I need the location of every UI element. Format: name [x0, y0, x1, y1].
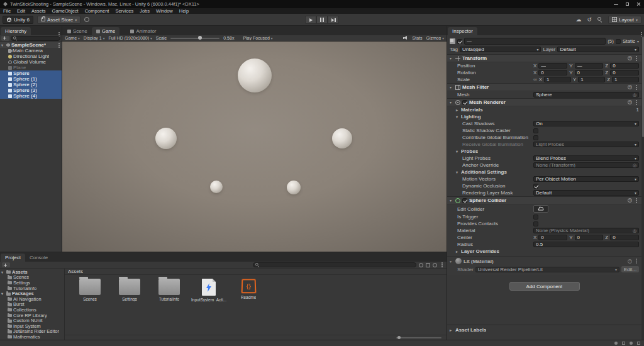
unity-version-badge[interactable]: Unity 6	[3, 16, 33, 24]
hierarchy-item-sphere-3[interactable]: Sphere (3)	[0, 87, 62, 93]
pause-button[interactable]	[316, 16, 328, 24]
foldout-open-icon[interactable]	[450, 259, 453, 264]
hierarchy-item-directional-light[interactable]: Directional Light	[0, 53, 62, 59]
search-icon[interactable]	[597, 17, 602, 22]
foldout-open-icon[interactable]	[450, 84, 453, 90]
foldout-closed-icon[interactable]	[456, 107, 460, 113]
material-header[interactable]: Lit (Material) ?	[447, 257, 641, 265]
rotation-z-field[interactable]: 0	[610, 70, 639, 75]
receive-gi-dropdown[interactable]: Light Probes	[533, 142, 639, 147]
layer-dropdown[interactable]: Default	[557, 47, 639, 52]
hidden-packages-icon[interactable]	[433, 263, 437, 267]
tree-item-scenes[interactable]: Scenes	[0, 275, 64, 281]
probes-foldout[interactable]: Probes	[447, 148, 641, 155]
hierarchy-search-input[interactable]	[11, 36, 60, 41]
tab-project[interactable]: Project	[1, 254, 25, 262]
menu-assets[interactable]: Assets	[28, 8, 49, 14]
menu-jobs[interactable]: Jobs	[136, 8, 153, 14]
static-shadow-caster-checkbox[interactable]	[533, 128, 538, 133]
cloud-status-icon[interactable]	[630, 342, 633, 345]
tree-item-custom-nunit[interactable]: Custom NUnit	[0, 318, 64, 323]
tree-item-collections[interactable]: Collections	[0, 307, 64, 313]
mute-audio-icon[interactable]	[403, 36, 409, 41]
foldout-open-icon[interactable]	[456, 148, 460, 154]
help-icon[interactable]: ?	[628, 56, 632, 60]
position-y-field[interactable]: —	[575, 63, 604, 69]
contribute-gi-checkbox[interactable]	[533, 135, 538, 140]
hierarchy-item-sphere-2[interactable]: Sphere (2)	[0, 82, 62, 87]
tab-animator[interactable]: Animator	[126, 27, 160, 35]
help-icon[interactable]: ?	[628, 85, 632, 89]
static-checkbox[interactable]	[616, 39, 621, 44]
progress-status-icon[interactable]	[637, 342, 640, 345]
tree-item-tutorialinfo[interactable]: TutorialInfo	[0, 286, 64, 291]
foldout-closed-icon[interactable]	[450, 327, 453, 333]
version-control-icon[interactable]	[84, 17, 89, 22]
scrollbar-thumb[interactable]	[642, 36, 644, 137]
menu-services[interactable]: Services	[112, 8, 136, 14]
tree-item-jetbrains-rider-editor[interactable]: JetBrains Rider Editor	[0, 329, 64, 335]
foldout-open-icon[interactable]	[456, 114, 460, 120]
provides-contacts-checkbox[interactable]	[533, 221, 538, 226]
component-menu-icon[interactable]	[636, 58, 637, 59]
panel-menu-icon[interactable]	[441, 264, 443, 265]
sphere-collider-header[interactable]: Sphere Collider ?	[447, 196, 641, 204]
component-menu-icon[interactable]	[636, 102, 637, 103]
tree-item-core-rp-library[interactable]: Core RP Library	[0, 313, 64, 318]
tab-console[interactable]: Console	[25, 254, 52, 262]
mesh-filter-header[interactable]: Mesh Filter ?	[447, 83, 641, 91]
undo-history-icon[interactable]: ↺	[587, 17, 592, 23]
hierarchy-item-sphere[interactable]: Sphere	[0, 70, 62, 76]
asset-readme[interactable]: {} Readme	[231, 279, 266, 299]
position-z-field[interactable]: 0	[610, 63, 639, 69]
scale-slider[interactable]	[170, 38, 219, 39]
menu-file[interactable]: File	[0, 8, 14, 14]
maximize-icon[interactable]	[625, 2, 630, 6]
radius-field[interactable]: 0.5	[533, 242, 639, 247]
center-x-field[interactable]: 0	[538, 235, 567, 240]
hierarchy-item-main-camera[interactable]: Main Camera	[0, 48, 62, 53]
asset-tutorialinfo-folder[interactable]: TutorialInfo	[152, 279, 187, 301]
hierarchy-item-global-volume[interactable]: Global Volume	[0, 59, 62, 65]
static-dropdown-icon[interactable]	[637, 38, 639, 44]
cast-shadows-dropdown[interactable]: On	[533, 121, 639, 126]
help-icon[interactable]: ?	[628, 100, 632, 104]
foldout-open-icon[interactable]	[450, 99, 453, 105]
asset-settings-folder[interactable]: Settings	[112, 279, 147, 301]
rendering-layer-dropdown[interactable]: Default	[533, 190, 639, 196]
project-search-input[interactable]	[253, 262, 416, 267]
display-dropdown[interactable]: Display 1	[84, 36, 105, 40]
mesh-object-field[interactable]: Sphere◎	[533, 92, 639, 98]
light-probes-dropdown[interactable]: Blend Probes	[533, 155, 639, 161]
object-picker-icon[interactable]: ◎	[633, 228, 636, 233]
foldout-open-icon[interactable]	[1, 291, 5, 296]
help-icon[interactable]: ?	[628, 259, 632, 264]
activity-status-icon[interactable]	[614, 342, 618, 345]
tree-item-settings[interactable]: Settings	[0, 280, 64, 286]
layout-dropdown[interactable]: Layout	[608, 16, 641, 24]
help-icon[interactable]: ?	[628, 198, 632, 203]
gizmos-dropdown[interactable]: Gizmos	[426, 36, 445, 40]
foldout-open-icon[interactable]	[456, 169, 460, 175]
anchor-override-field[interactable]: None (Transform)◎	[533, 162, 639, 168]
component-menu-icon[interactable]	[636, 87, 637, 88]
uniform-scale-link-icon[interactable]: ∞	[533, 77, 537, 82]
minimize-icon[interactable]	[614, 2, 618, 6]
play-button[interactable]	[305, 16, 316, 24]
scene-options-icon[interactable]	[58, 45, 60, 46]
is-trigger-checkbox[interactable]	[533, 215, 538, 220]
close-icon[interactable]	[636, 2, 641, 6]
additional-settings-foldout[interactable]: Additional Settings	[447, 169, 641, 176]
scale-z-field[interactable]: 1	[612, 77, 639, 82]
center-y-field[interactable]: 0	[575, 235, 604, 240]
tree-item-input-system[interactable]: Input System	[0, 323, 64, 329]
scale-y-field[interactable]: 1	[578, 77, 605, 82]
create-object-button[interactable]	[1, 36, 9, 41]
motion-vectors-dropdown[interactable]: Per Object Motion	[533, 176, 639, 182]
component-enabled-checkbox[interactable]	[462, 100, 467, 105]
foldout-open-icon[interactable]	[450, 198, 453, 203]
rotation-x-field[interactable]: 0	[538, 70, 567, 75]
tree-item-mathematics[interactable]: Mathematics	[0, 334, 64, 340]
object-picker-icon[interactable]: ◎	[633, 92, 636, 97]
asset-inputsystem-actions[interactable]: InputSystem_Acti...	[191, 279, 226, 302]
